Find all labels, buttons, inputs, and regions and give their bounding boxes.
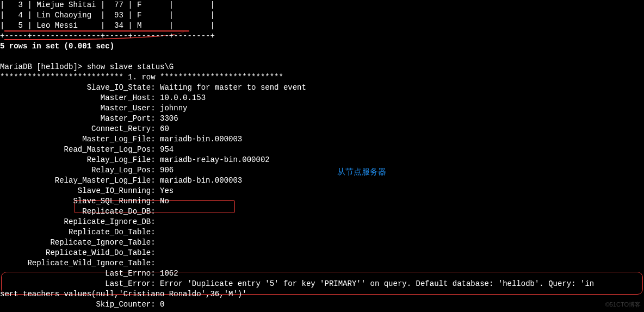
watermark: ©51CTO博客 bbox=[605, 299, 641, 310]
annotation-label: 从节点服务器 bbox=[337, 166, 386, 177]
terminal-output: | 3 | Miejue Shitai | 77 | F | | | 4 | L… bbox=[0, 0, 644, 310]
